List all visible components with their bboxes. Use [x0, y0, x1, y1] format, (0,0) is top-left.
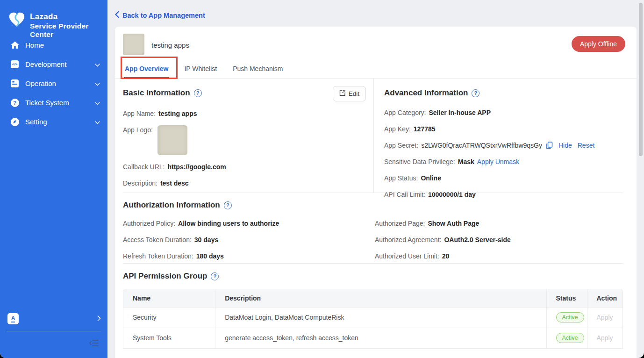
- authorized-agreement-label: Authorized Agreement:: [375, 235, 441, 244]
- apply-action[interactable]: Apply: [587, 328, 623, 348]
- app-name-value: testing apps: [158, 109, 197, 118]
- app-category-label: App Category:: [384, 108, 426, 117]
- app-category-value: Seller In-house APP: [429, 108, 491, 117]
- lazada-logo: Lazada Service Provider Center: [8, 12, 107, 39]
- api-call-limit-label: API Call Limit:: [384, 190, 425, 199]
- edit-icon: [339, 90, 346, 98]
- sidebar-divider: [7, 331, 101, 331]
- sidebar-item-setting[interactable]: Setting: [0, 112, 107, 131]
- back-to-app-management-link[interactable]: Back to App Management: [115, 11, 205, 19]
- apply-offline-button[interactable]: Apply Offline: [572, 36, 625, 52]
- tab-app-overview[interactable]: App Overview: [124, 59, 169, 78]
- apply-unmask-link[interactable]: Apply Unmask: [477, 157, 519, 166]
- app-logo-thumbnail: [123, 34, 144, 55]
- authorized-agreement-value: OAuth2.0 Server-side: [444, 235, 510, 244]
- authorized-user-limit-value: 20: [442, 251, 450, 261]
- callback-url-label: Callback URL:: [123, 162, 165, 172]
- home-icon: [10, 41, 19, 50]
- app-secret-label: App Secret:: [384, 141, 418, 150]
- language-selector[interactable]: A: [7, 313, 101, 324]
- app-name-label: App Name:: [123, 109, 156, 118]
- app-logo-label: App Logo:: [123, 125, 153, 135]
- table-header-row: Name Description Status Action: [123, 289, 623, 307]
- help-icon[interactable]: ?: [224, 201, 232, 209]
- sidebar-item-operation[interactable]: Operation: [0, 74, 107, 93]
- lazada-heart-icon: [8, 12, 25, 29]
- access-token-duration-label: Access Token Duration:: [123, 235, 192, 244]
- app-status-value: Online: [421, 173, 441, 183]
- sidebar-item-label: Setting: [25, 118, 47, 126]
- tab-push-mechanism[interactable]: Push Mechanism: [232, 59, 284, 78]
- table-row: Security DataMoat Login, DataMoat Comput…: [123, 307, 623, 328]
- help-icon[interactable]: ?: [194, 89, 202, 97]
- scrollbar-thumb[interactable]: [639, 3, 643, 156]
- authorized-user-limit-label: Authorized User Limit:: [375, 251, 439, 261]
- sensitive-privilege-value: Mask: [458, 157, 474, 166]
- api-permission-group-section: API Permission Group ? Name Description …: [123, 272, 623, 349]
- tab-ip-whitelist[interactable]: IP Whitelist: [183, 59, 218, 78]
- sidebar-item-label: Home: [25, 41, 44, 49]
- column-header-description: Description: [215, 289, 546, 307]
- help-icon[interactable]: ?: [472, 89, 479, 97]
- row-description: DataMoat Login, DataMoat ComputeRisk: [215, 307, 546, 328]
- chevron-left-icon: [115, 11, 119, 19]
- sidebar: Lazada Service Provider Center Home </> …: [0, 0, 107, 358]
- sidebar-item-label: Operation: [25, 79, 56, 87]
- app-title: testing apps: [151, 41, 189, 49]
- refresh-token-duration-label: Refresh Token Duration:: [123, 251, 193, 261]
- status-badge: Active: [556, 333, 584, 343]
- edit-button[interactable]: Edit: [333, 86, 366, 101]
- sidebar-item-label: Ticket System: [25, 99, 69, 107]
- sidebar-item-home[interactable]: Home: [0, 36, 107, 55]
- sidebar-nav: Home </> Development Operation ? Ticket …: [0, 36, 107, 131]
- compass-icon: [10, 117, 19, 126]
- row-name: Security: [123, 307, 215, 328]
- access-token-duration-value: 30 days: [194, 235, 218, 244]
- chevron-down-icon: [95, 118, 100, 126]
- authorization-information-section: Authorization Information ? Authorized P…: [123, 200, 623, 268]
- code-icon: </>: [10, 60, 19, 69]
- back-link-label: Back to App Management: [122, 12, 205, 19]
- help-icon[interactable]: ?: [211, 272, 219, 280]
- tab-bar: App Overview IP Whitelist Push Mechanism: [115, 59, 637, 79]
- section-divider: [123, 193, 623, 193]
- chevron-down-icon: [95, 79, 100, 87]
- reset-secret-link[interactable]: Reset: [578, 141, 595, 150]
- authorized-page-label: Authorized Page:: [375, 219, 425, 228]
- column-header-action: Action: [587, 289, 623, 307]
- section-title-text: Basic Information: [123, 88, 190, 98]
- basic-information-section: Basic Information ? Edit App Name: testi…: [115, 79, 374, 193]
- authorized-page-value: Show Auth Page: [428, 219, 479, 228]
- section-title-text: Authorization Information: [123, 200, 220, 210]
- authorized-policy-value: Allow binding users to authorize: [178, 219, 279, 228]
- description-value: test desc: [160, 179, 189, 188]
- advanced-information-title: Advanced Information ?: [384, 88, 637, 98]
- chevron-down-icon: [95, 99, 100, 107]
- document-icon: [10, 79, 19, 88]
- copy-icon[interactable]: [546, 142, 553, 149]
- language-icon: A: [7, 313, 19, 324]
- question-icon: ?: [10, 98, 19, 107]
- api-call-limit-value: 10000000/1 day: [428, 190, 476, 199]
- api-permission-table: Name Description Status Action Security …: [123, 289, 623, 349]
- section-title-text: Advanced Information: [384, 88, 468, 98]
- logo-text: Lazada Service Provider Center: [30, 12, 107, 39]
- table-row: System Tools generate access_token, refr…: [123, 328, 623, 348]
- description-label: Description:: [123, 179, 157, 188]
- column-header-status: Status: [546, 289, 587, 307]
- advanced-information-section: Advanced Information ? App Category: Sel…: [374, 79, 637, 193]
- sensitive-privilege-label: Sensitive Data Privilege:: [384, 157, 455, 166]
- sidebar-item-ticket-system[interactable]: ? Ticket System: [0, 93, 107, 112]
- apply-action[interactable]: Apply: [587, 307, 623, 328]
- sidebar-item-label: Development: [25, 60, 66, 68]
- collapse-sidebar-icon[interactable]: [89, 338, 99, 348]
- hide-secret-link[interactable]: Hide: [558, 141, 572, 150]
- chevron-down-icon: [95, 60, 100, 68]
- app-key-value: 127785: [414, 124, 436, 134]
- row-name: System Tools: [123, 328, 215, 348]
- column-header-name: Name: [123, 289, 215, 307]
- app-status-label: App Status:: [384, 173, 418, 183]
- chevron-right-icon: [97, 315, 101, 323]
- sidebar-item-development[interactable]: </> Development: [0, 55, 107, 74]
- api-permission-group-title: API Permission Group ?: [123, 272, 623, 281]
